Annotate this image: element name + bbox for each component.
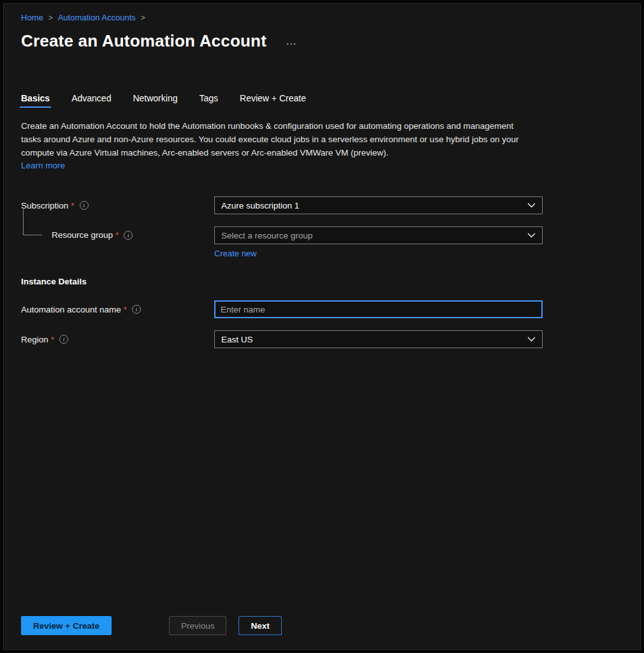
- info-icon[interactable]: i: [132, 305, 141, 314]
- resource-group-label-cell: Resource group * i: [21, 230, 214, 240]
- chevron-down-icon: [527, 233, 536, 238]
- info-icon[interactable]: i: [59, 335, 68, 344]
- subscription-dropdown-value: Azure subscription 1: [221, 201, 299, 210]
- page-description: Create an Automation Account to hold the…: [21, 119, 534, 159]
- chevron-down-icon: [527, 203, 536, 208]
- tab-advanced[interactable]: Advanced: [71, 93, 111, 108]
- required-asterisk: *: [124, 305, 127, 314]
- basics-form: Subscription * i Azure subscription 1 Re…: [21, 196, 640, 348]
- subscription-control: Azure subscription 1: [214, 196, 543, 214]
- breadcrumb-home[interactable]: Home: [21, 13, 43, 22]
- info-icon[interactable]: i: [80, 201, 89, 210]
- subscription-dropdown[interactable]: Azure subscription 1: [214, 196, 543, 214]
- region-row: Region * i East US: [21, 330, 640, 348]
- tab-review-create[interactable]: Review + Create: [240, 93, 306, 108]
- resource-group-label: Resource group: [52, 230, 113, 240]
- region-label-cell: Region * i: [21, 335, 214, 344]
- region-control: East US: [214, 330, 543, 348]
- required-asterisk: *: [51, 335, 54, 344]
- region-dropdown-value: East US: [221, 335, 253, 344]
- region-label: Region: [21, 335, 48, 344]
- chevron-down-icon: [527, 337, 536, 342]
- create-automation-account-page: Home > Automation Accounts > Create an A…: [3, 3, 641, 650]
- automation-account-name-control: [214, 300, 543, 318]
- region-dropdown[interactable]: East US: [214, 330, 543, 348]
- review-create-button[interactable]: Review + Create: [21, 616, 112, 635]
- resource-group-dropdown[interactable]: Select a resource group: [214, 226, 543, 244]
- resource-group-row: Resource group * i Select a resource gro…: [21, 226, 640, 259]
- required-asterisk: *: [71, 201, 74, 210]
- previous-button[interactable]: Previous: [169, 616, 227, 635]
- resource-group-dropdown-placeholder: Select a resource group: [221, 231, 312, 240]
- more-menu-icon[interactable]: …: [286, 38, 297, 45]
- breadcrumb-separator: >: [48, 13, 53, 22]
- page-title: Create an Automation Account: [21, 31, 267, 51]
- automation-account-name-label: Automation account name: [21, 305, 121, 314]
- automation-account-name-row: Automation account name * i: [21, 300, 640, 318]
- tab-bar: Basics Advanced Networking Tags Review +…: [21, 93, 640, 108]
- tab-tags[interactable]: Tags: [199, 93, 218, 108]
- automation-account-name-input[interactable]: [214, 300, 543, 318]
- tab-basics[interactable]: Basics: [21, 93, 50, 108]
- learn-more-link[interactable]: Learn more: [21, 161, 65, 170]
- required-asterisk: *: [115, 230, 119, 240]
- subscription-row: Subscription * i Azure subscription 1: [21, 196, 640, 214]
- next-button[interactable]: Next: [238, 616, 281, 635]
- resource-group-control: Select a resource group Create new: [214, 226, 543, 259]
- footer-action-bar: Review + Create Previous Next: [21, 616, 282, 635]
- resource-group-tree-connector: [23, 209, 42, 235]
- info-icon[interactable]: i: [124, 231, 133, 240]
- automation-account-name-label-cell: Automation account name * i: [21, 305, 214, 314]
- subscription-label-cell: Subscription * i: [21, 201, 214, 210]
- tab-networking[interactable]: Networking: [133, 93, 177, 108]
- instance-details-heading: Instance Details: [21, 277, 640, 286]
- breadcrumb: Home > Automation Accounts >: [21, 13, 640, 22]
- breadcrumb-automation-accounts[interactable]: Automation Accounts: [58, 13, 136, 22]
- breadcrumb-separator: >: [141, 13, 145, 22]
- create-new-resource-group-link[interactable]: Create new: [214, 249, 256, 258]
- title-row: Create an Automation Account …: [21, 31, 640, 51]
